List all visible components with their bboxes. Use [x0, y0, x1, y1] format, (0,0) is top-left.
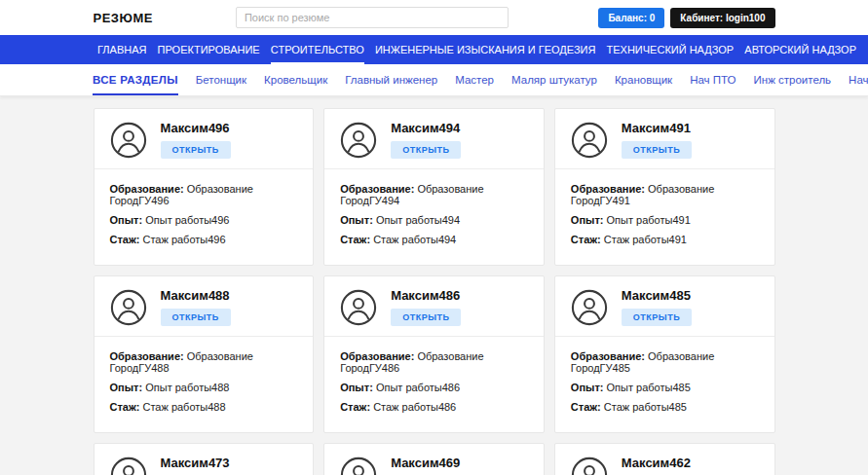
- seniority-value: Стаж работы496: [142, 234, 225, 245]
- candidate-name: Максим496: [161, 121, 230, 135]
- resume-card: Максим485 открыть Образование: Образован…: [554, 275, 775, 433]
- resume-card: Максим486 открыть Образование: Образован…: [323, 275, 545, 433]
- education-line: Образование: Образование ГородГУ494: [340, 183, 528, 206]
- person-avatar-icon: [571, 122, 608, 159]
- candidate-name: Максим488: [161, 288, 230, 303]
- seniority-value: Стаж работы488: [142, 401, 225, 413]
- experience-value: Опыт работы488: [145, 382, 229, 393]
- seniority-line: Стаж: Стаж работы485: [571, 401, 759, 413]
- subnav-item-4[interactable]: Мастер: [455, 64, 494, 95]
- person-avatar-icon: [110, 122, 147, 159]
- education-label: Образование:: [110, 350, 184, 362]
- person-avatar-icon: [110, 457, 147, 475]
- nav-item-5[interactable]: АВТОРСКИЙ НАДЗОР: [744, 35, 856, 64]
- open-resume-button[interactable]: открыть: [161, 309, 231, 326]
- open-resume-button[interactable]: открыть: [622, 141, 692, 159]
- seniority-value: Стаж работы494: [373, 234, 456, 245]
- candidate-name: Максим486: [391, 288, 460, 303]
- education-line: Образование: Образование ГородГУ491: [571, 183, 759, 206]
- seniority-label: Стаж:: [340, 401, 370, 413]
- experience-label: Опыт:: [571, 382, 604, 393]
- search-input[interactable]: [236, 7, 509, 28]
- candidate-name: Максим494: [391, 121, 460, 135]
- education-label: Образование:: [571, 183, 645, 195]
- subnav-item-3[interactable]: Главный инженер: [345, 64, 437, 95]
- top-header: РЕЗЮМЕ Баланс: 0 Кабинет: login100: [0, 0, 868, 35]
- seniority-label: Стаж:: [110, 401, 140, 413]
- subnav-item-6[interactable]: Крановщик: [615, 64, 672, 95]
- nav-item-4[interactable]: ТЕХНИЧЕСКИЙ НАДЗОР: [607, 35, 735, 64]
- person-avatar-icon: [571, 289, 608, 326]
- education-label: Образование:: [571, 350, 645, 362]
- seniority-line: Стаж: Стаж работы496: [110, 234, 298, 245]
- header-buttons: Баланс: 0 Кабинет: login100: [598, 8, 774, 28]
- seniority-line: Стаж: Стаж работы494: [340, 234, 528, 245]
- cabinet-button[interactable]: Кабинет: login100: [670, 8, 774, 28]
- seniority-label: Стаж:: [110, 234, 140, 245]
- subnav-item-8[interactable]: Инж строитель: [754, 64, 832, 95]
- candidate-name: Максим491: [622, 121, 691, 135]
- experience-line: Опыт: Опыт работы485: [571, 382, 759, 393]
- balance-button[interactable]: Баланс: 0: [598, 8, 664, 28]
- candidate-name: Максим473: [161, 456, 230, 470]
- education-line: Образование: Образование ГородГУ486: [340, 350, 528, 374]
- person-avatar-icon: [110, 289, 147, 326]
- experience-value: Опыт работы496: [145, 214, 229, 226]
- subnav-item-2[interactable]: Кровельщик: [264, 64, 327, 95]
- experience-line: Опыт: Опыт работы496: [110, 214, 298, 226]
- experience-label: Опыт:: [110, 382, 143, 393]
- subnav-item-7[interactable]: Нач ПТО: [690, 64, 736, 95]
- experience-label: Опыт:: [110, 214, 143, 226]
- nav-item-2[interactable]: СТРОИТЕЛЬСТВО: [271, 35, 364, 64]
- experience-label: Опыт:: [340, 214, 373, 226]
- seniority-value: Стаж работы486: [373, 401, 456, 413]
- seniority-line: Стаж: Стаж работы488: [110, 401, 298, 413]
- main-content: Максим496 открыть Образование: Образован…: [0, 96, 868, 475]
- seniority-line: Стаж: Стаж работы491: [571, 234, 759, 245]
- education-line: Образование: Образование ГородГУ485: [571, 350, 759, 374]
- resume-card: Максим491 открыть Образование: Образован…: [554, 108, 775, 266]
- person-avatar-icon: [571, 457, 608, 475]
- candidate-name: Максим469: [391, 456, 460, 470]
- candidate-name: Максим462: [622, 456, 691, 470]
- experience-line: Опыт: Опыт работы488: [110, 382, 298, 393]
- subnav-item-5[interactable]: Маляр штукатур: [511, 64, 597, 95]
- resume-card: Максим469 открыть Образование: Образован…: [323, 443, 545, 475]
- person-avatar-icon: [340, 289, 377, 326]
- experience-line: Опыт: Опыт работы491: [571, 214, 759, 226]
- resume-card: Максим496 открыть Образование: Образован…: [94, 108, 315, 266]
- open-resume-button[interactable]: открыть: [622, 309, 692, 326]
- nav-item-1[interactable]: ПРОЕКТИРОВАНИЕ: [158, 35, 260, 64]
- experience-label: Опыт:: [340, 382, 373, 393]
- experience-value: Опыт работы486: [376, 382, 460, 393]
- open-resume-button[interactable]: открыть: [391, 309, 461, 326]
- category-nav: ВСЕ РАЗДЕЛЫБетонщикКровельщикГлавный инж…: [0, 64, 868, 96]
- site-logo: РЕЗЮМЕ: [94, 11, 153, 25]
- education-line: Образование: Образование ГородГУ496: [110, 183, 298, 206]
- resume-card: Максим494 открыть Образование: Образован…: [323, 108, 545, 266]
- subnav-item-9[interactable]: Нач. участка: [849, 64, 868, 95]
- experience-value: Опыт работы485: [607, 382, 691, 393]
- resume-card: Максим462 открыть Образование: Образован…: [554, 443, 775, 475]
- education-line: Образование: Образование ГородГУ488: [110, 350, 298, 374]
- seniority-label: Стаж:: [571, 234, 601, 245]
- open-resume-button[interactable]: открыть: [161, 141, 231, 159]
- seniority-line: Стаж: Стаж работы486: [340, 401, 528, 413]
- seniority-value: Стаж работы485: [604, 401, 687, 413]
- education-label: Образование:: [340, 350, 414, 362]
- seniority-label: Стаж:: [571, 401, 601, 413]
- nav-item-0[interactable]: ГЛАВНАЯ: [97, 35, 146, 64]
- education-label: Образование:: [340, 183, 414, 195]
- experience-line: Опыт: Опыт работы494: [340, 214, 528, 226]
- nav-item-3[interactable]: ИНЖЕНЕРНЫЕ ИЗЫСКАНИЯ и ГЕОДЕЗИЯ: [375, 35, 595, 64]
- candidate-name: Максим485: [622, 288, 691, 303]
- open-resume-button[interactable]: открыть: [391, 141, 461, 159]
- resume-card: Максим473 открыть Образование: Образован…: [94, 443, 315, 475]
- seniority-value: Стаж работы491: [604, 234, 687, 245]
- experience-value: Опыт работы491: [607, 214, 691, 226]
- main-nav: ГЛАВНАЯПРОЕКТИРОВАНИЕСТРОИТЕЛЬСТВОИНЖЕНЕ…: [0, 35, 868, 64]
- subnav-item-0[interactable]: ВСЕ РАЗДЕЛЫ: [93, 64, 178, 95]
- education-label: Образование:: [110, 183, 184, 195]
- subnav-item-1[interactable]: Бетонщик: [196, 64, 246, 95]
- seniority-label: Стаж:: [340, 234, 370, 245]
